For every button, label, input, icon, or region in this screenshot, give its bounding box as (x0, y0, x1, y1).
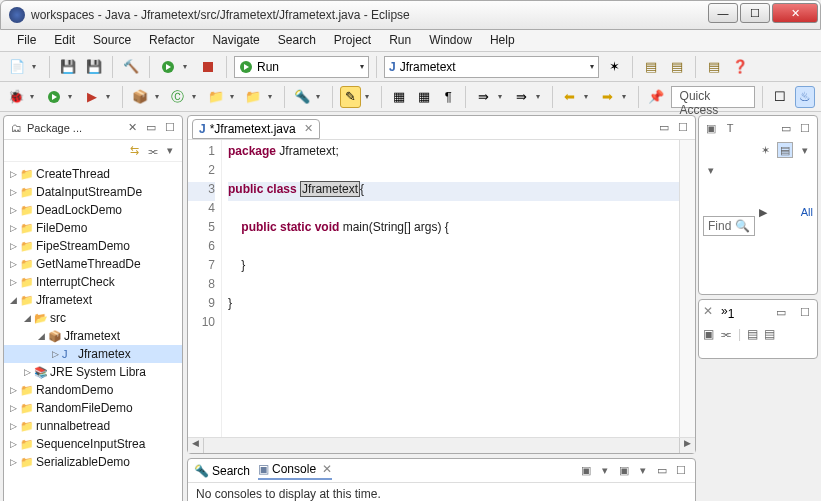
nav-btn-1[interactable]: ⇛ (473, 86, 493, 108)
menu-refactor[interactable]: Refactor (140, 30, 203, 51)
find-input[interactable]: Find 🔍 (703, 216, 755, 236)
view-menu-icon[interactable]: ▾ (703, 162, 719, 178)
menu-project[interactable]: Project (325, 30, 380, 51)
twist-icon[interactable]: ▷ (8, 223, 18, 233)
chevron-down-icon[interactable]: ▾ (584, 92, 593, 101)
tree-item-createthread[interactable]: ▷📁CreateThread (4, 165, 182, 183)
twist-icon[interactable]: ▷ (8, 403, 18, 413)
tree-item-fipestreamdemo[interactable]: ▷📁FipeStreamDemo (4, 237, 182, 255)
twist-icon[interactable]: ▷ (8, 259, 18, 269)
code-editor[interactable]: package Jframetext;public class Jframete… (222, 140, 679, 437)
close-tab-icon[interactable]: ✕ (304, 122, 313, 135)
twist-icon[interactable]: ▷ (8, 457, 18, 467)
twist-icon[interactable]: ◢ (36, 331, 46, 341)
run-context-combo[interactable]: J Jframetext ▾ (384, 56, 599, 78)
task-help-button[interactable]: ❓ (729, 56, 751, 78)
twist-icon[interactable]: ▷ (8, 439, 18, 449)
twist-icon[interactable]: ◢ (22, 313, 32, 323)
task-btn-1[interactable]: ▤ (640, 56, 662, 78)
new-pkg-button[interactable]: 📦 (130, 86, 150, 108)
minimize-view-icon[interactable]: ▭ (654, 463, 670, 479)
console-tab[interactable]: ▣ Console ✕ (258, 462, 332, 480)
twist-icon[interactable]: ▷ (8, 277, 18, 287)
minimize-view-icon[interactable]: ▭ (773, 304, 789, 320)
close-tab-icon[interactable]: ✕ (322, 462, 332, 476)
menu-search[interactable]: Search (269, 30, 325, 51)
back-button[interactable]: ⬅ (560, 86, 580, 108)
twist-icon[interactable]: ▷ (8, 421, 18, 431)
maximize-view-icon[interactable]: ☐ (162, 120, 178, 136)
task-btn-2[interactable]: ▤ (666, 56, 688, 78)
layout-btn-2[interactable]: ▦ (413, 86, 433, 108)
new-file-button[interactable]: 📁 (243, 86, 263, 108)
chevron-down-icon[interactable]: ▾ (365, 92, 374, 101)
new-folder-button[interactable]: 📁 (205, 86, 225, 108)
twist-icon[interactable]: ▷ (8, 241, 18, 251)
menu-help[interactable]: Help (481, 30, 524, 51)
stop-button[interactable] (197, 56, 219, 78)
menu-window[interactable]: Window (420, 30, 481, 51)
chevron-down-icon[interactable]: ▾ (68, 92, 77, 101)
menu-source[interactable]: Source (84, 30, 140, 51)
tree-item-jframetex[interactable]: ▷JJframetex (4, 345, 182, 363)
layout-btn-1[interactable]: ▦ (389, 86, 409, 108)
layout-btn-3[interactable]: ¶ (438, 86, 458, 108)
tree-item-interruptcheck[interactable]: ▷📁InterruptCheck (4, 273, 182, 291)
maximize-view-icon[interactable]: ☐ (797, 120, 813, 136)
highlight-button[interactable]: ✎ (340, 86, 360, 108)
tree-item-filedemo[interactable]: ▷📁FileDemo (4, 219, 182, 237)
close-button[interactable]: ✕ (772, 3, 818, 23)
minimize-button[interactable]: — (708, 3, 738, 23)
maximize-view-icon[interactable]: ☐ (673, 463, 689, 479)
twist-icon[interactable]: ▷ (8, 385, 18, 395)
task-btn-3[interactable]: ▤ (703, 56, 725, 78)
twist-icon[interactable]: ▷ (22, 367, 32, 377)
build-button[interactable]: 🔨 (120, 56, 142, 78)
tree-item-randomfiledemo[interactable]: ▷📁RandomFileDemo (4, 399, 182, 417)
menu-edit[interactable]: Edit (45, 30, 84, 51)
star-button[interactable]: ✶ (603, 56, 625, 78)
twist-icon[interactable]: ▷ (8, 169, 18, 179)
tree-item-src[interactable]: ◢📂src (4, 309, 182, 327)
nav-btn-2[interactable]: ⇛ (511, 86, 531, 108)
tree-item-jframetext[interactable]: ◢📦Jframetext (4, 327, 182, 345)
chevron-down-icon[interactable]: ▾ (183, 62, 193, 71)
chevron-down-icon[interactable]: ▾ (797, 142, 813, 158)
horizontal-scrollbar[interactable]: ◀ ▶ (188, 437, 695, 453)
twist-icon[interactable]: ▷ (50, 349, 60, 359)
run-button-2[interactable] (44, 86, 64, 108)
chevron-down-icon[interactable]: ▾ (230, 92, 239, 101)
tl-icon-3[interactable]: ▤ (747, 327, 758, 341)
chevron-down-icon[interactable]: ▾ (622, 92, 631, 101)
menu-navigate[interactable]: Navigate (203, 30, 268, 51)
minimize-view-icon[interactable]: ▭ (778, 120, 794, 136)
search-button[interactable]: 🔦 (292, 86, 312, 108)
chevron-down-icon[interactable]: ▾ (597, 463, 613, 479)
twist-icon[interactable]: ▷ (8, 205, 18, 215)
chevron-down-icon[interactable]: ▾ (32, 62, 42, 71)
tree-item-deadlockdemo[interactable]: ▷📁DeadLockDemo (4, 201, 182, 219)
tree-item-serializabledemo[interactable]: ▷📁SerializableDemo (4, 453, 182, 471)
tree-item-jframetext[interactable]: ◢📁Jframetext (4, 291, 182, 309)
chevron-down-icon[interactable]: ▾ (268, 92, 277, 101)
chevron-down-icon[interactable]: ▾ (635, 463, 651, 479)
tree-item-randomdemo[interactable]: ▷📁RandomDemo (4, 381, 182, 399)
maximize-editor-icon[interactable]: ☐ (675, 120, 691, 136)
maximize-button[interactable]: ☐ (740, 3, 770, 23)
chevron-down-icon[interactable]: ▾ (316, 92, 325, 101)
tasklist-icon[interactable]: T (722, 120, 738, 136)
menu-file[interactable]: File (8, 30, 45, 51)
all-link[interactable]: All (801, 206, 813, 218)
tree-item-jre-system-libra[interactable]: ▷📚JRE System Libra (4, 363, 182, 381)
chevron-down-icon[interactable]: ▾ (106, 92, 115, 101)
chevron-down-icon[interactable]: ▾ (155, 92, 164, 101)
pin-button[interactable]: 📌 (646, 86, 666, 108)
minimize-editor-icon[interactable]: ▭ (656, 120, 672, 136)
console-action-1[interactable]: ▣ (578, 463, 594, 479)
next-match-icon[interactable]: ▶ (759, 206, 767, 219)
chevron-down-icon[interactable]: ▾ (536, 92, 545, 101)
console-action-2[interactable]: ▣ (616, 463, 632, 479)
run-button[interactable] (157, 56, 179, 78)
outline-btn-2[interactable]: ▤ (777, 142, 793, 158)
package-tree[interactable]: ▷📁CreateThread▷📁DataInputStreamDe▷📁DeadL… (4, 162, 182, 501)
